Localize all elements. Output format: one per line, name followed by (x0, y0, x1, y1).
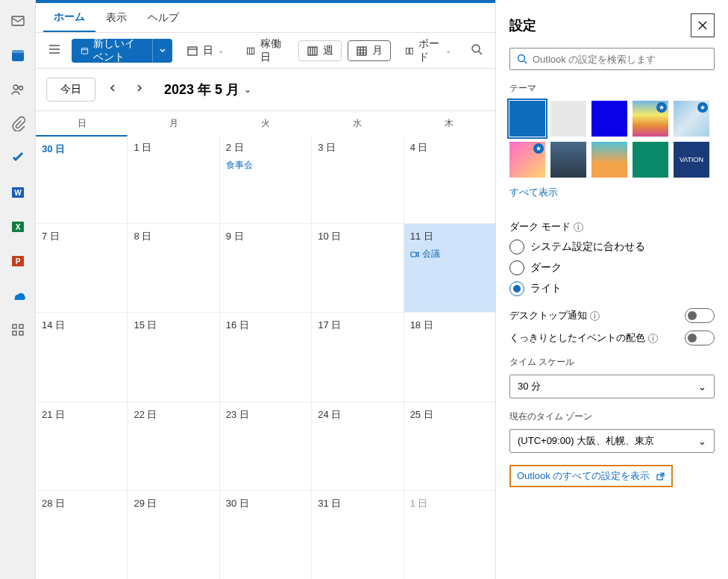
radio-system[interactable]: システム設定に合わせる (509, 240, 715, 254)
workweek-icon (246, 45, 255, 57)
day-cell[interactable]: 7 日 (36, 224, 128, 312)
onedrive-icon[interactable] (9, 287, 27, 304)
new-event-main[interactable]: 新しいイベント (72, 37, 152, 64)
info-icon[interactable]: i (648, 334, 658, 343)
view-board-button[interactable]: ボード⌄ (397, 34, 459, 68)
radio-dark[interactable]: ダーク (509, 260, 715, 275)
day-number: 29 日 (134, 497, 213, 510)
view-week-button[interactable]: 週 (298, 40, 342, 61)
day-cell[interactable]: 24 日 (312, 402, 404, 490)
day-cell[interactable]: 23 日 (220, 402, 312, 490)
month-title[interactable]: 2023 年 5 月 ⌄ (164, 81, 251, 98)
tab-help[interactable]: ヘルプ (137, 3, 189, 32)
theme-unicorn[interactable]: ★ (509, 142, 545, 178)
event[interactable]: 食事会 (226, 159, 305, 172)
day-cell[interactable]: 30 日 (220, 491, 312, 579)
day-cell[interactable]: 1 日 (404, 491, 495, 579)
today-button[interactable]: 今日 (46, 78, 95, 101)
view-month-button[interactable]: 月 (348, 40, 391, 61)
info-icon[interactable]: i (574, 222, 583, 232)
calendar-icon[interactable] (9, 46, 27, 64)
dark-mode-label: ダーク モードi (509, 220, 715, 234)
show-all-themes[interactable]: すべて表示 (509, 186, 558, 199)
apps-icon[interactable] (9, 321, 27, 339)
radio-light[interactable]: ライト (509, 281, 715, 296)
theme-circuit[interactable] (633, 142, 668, 178)
theme-vation[interactable]: VATION (674, 142, 709, 178)
view-day-button[interactable]: 日⌄ (178, 40, 232, 61)
theme-light[interactable] (550, 101, 586, 137)
day-cell[interactable]: 16 日 (220, 313, 312, 401)
theme-ribbon[interactable]: ★ (674, 101, 709, 137)
search-icon (516, 53, 528, 65)
day-cell[interactable]: 11 日会議 (404, 224, 495, 312)
desktop-notif-toggle[interactable] (685, 308, 715, 323)
hamburger-icon[interactable] (43, 38, 66, 63)
desktop-notif-row: デスクトップ通知i (509, 308, 715, 323)
people-icon[interactable] (9, 81, 27, 98)
day-cell[interactable]: 1 日 (128, 135, 219, 223)
day-number: 1 日 (134, 141, 213, 154)
day-cell[interactable]: 29 日 (128, 491, 219, 579)
day-number: 8 日 (134, 230, 213, 243)
time-scale-select[interactable]: 30 分 ⌄ (509, 375, 715, 398)
day-cell[interactable]: 2 日食事会 (220, 135, 312, 223)
day-cell[interactable]: 8 日 (128, 224, 219, 312)
word-icon[interactable]: W (9, 184, 27, 201)
day-number: 25 日 (410, 408, 489, 422)
theme-rainbow[interactable]: ★ (633, 101, 668, 137)
event-color-toggle[interactable] (685, 331, 715, 345)
day-cell[interactable]: 17 日 (312, 313, 404, 401)
tab-home[interactable]: ホーム (43, 3, 95, 32)
day-number: 30 日 (226, 497, 305, 510)
day-cell[interactable]: 10 日 (312, 224, 404, 312)
info-icon[interactable]: i (590, 311, 600, 321)
week-row: 28 日29 日30 日31 日1 日 (36, 490, 495, 579)
svg-rect-2 (12, 50, 24, 53)
tz-select[interactable]: (UTC+09:00) 大阪、札幌、東京 ⌄ (509, 429, 715, 453)
day-cell[interactable]: 15 日 (128, 313, 219, 401)
theme-mountain[interactable] (550, 142, 586, 178)
attach-icon[interactable] (9, 115, 27, 133)
close-button[interactable] (691, 13, 715, 37)
search-icon[interactable] (465, 38, 488, 63)
search-settings[interactable] (509, 48, 715, 70)
day-cell[interactable]: 31 日 (312, 491, 404, 579)
svg-point-22 (472, 45, 480, 52)
svg-point-4 (19, 87, 22, 90)
tz-label: 現在のタイム ゾーン (509, 410, 715, 423)
day-number: 18 日 (410, 319, 489, 332)
theme-darkblue[interactable] (592, 101, 627, 137)
powerpoint-icon[interactable]: P (9, 252, 27, 270)
view-workweek-button[interactable]: 稼働日 (238, 34, 292, 68)
day-cell[interactable]: 28 日 (36, 491, 128, 579)
chevron-down-icon: ⌄ (698, 381, 706, 392)
day-cell[interactable]: 4 日 (404, 135, 495, 223)
svg-rect-15 (81, 48, 87, 54)
todo-icon[interactable] (9, 149, 27, 167)
day-cell[interactable]: 18 日 (404, 313, 495, 401)
event[interactable]: 会議 (410, 248, 489, 260)
all-settings-link[interactable]: Outlook のすべての設定を表示 (509, 465, 673, 487)
svg-rect-13 (13, 331, 16, 335)
day-cell[interactable]: 25 日 (404, 402, 495, 490)
theme-blue[interactable] (509, 101, 545, 137)
day-cell[interactable]: 30 日 (36, 135, 128, 223)
tab-view[interactable]: 表示 (95, 3, 137, 32)
day-cell[interactable]: 14 日 (36, 313, 128, 401)
excel-icon[interactable]: X (9, 218, 27, 236)
svg-text:X: X (15, 223, 20, 231)
day-cell[interactable]: 9 日 (220, 224, 312, 312)
chevron-down-icon: ⌄ (244, 84, 251, 95)
mail-icon[interactable] (9, 12, 27, 30)
theme-sunset[interactable] (592, 142, 627, 178)
day-cell[interactable]: 21 日 (36, 402, 128, 490)
prev-month-button[interactable] (103, 78, 122, 101)
day-cell[interactable]: 3 日 (312, 135, 404, 223)
day-cell[interactable]: 22 日 (128, 402, 219, 490)
day-number: 3 日 (318, 141, 397, 154)
new-event-chevron[interactable] (152, 39, 172, 63)
search-input[interactable] (533, 54, 708, 65)
next-month-button[interactable] (130, 78, 149, 101)
time-scale-label: タイム スケール (509, 356, 715, 369)
